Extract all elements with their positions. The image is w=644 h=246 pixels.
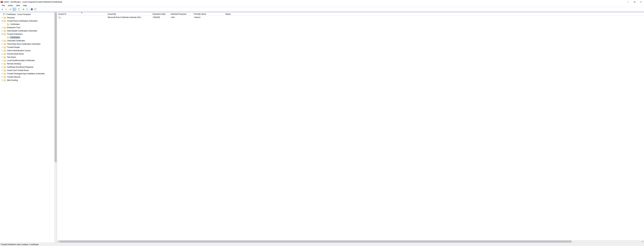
expand-collapse-icon[interactable]	[1, 17, 3, 19]
tree-node[interactable]: Test Roots	[0, 56, 54, 59]
folder-icon	[4, 56, 6, 58]
properties-button[interactable]	[34, 8, 37, 11]
help-button[interactable]: ?	[30, 8, 34, 11]
tree-node[interactable]: Remote Desktop	[0, 62, 54, 65]
list-body[interactable]: Microsoft Root Certificate Authority 201…	[57, 16, 644, 240]
expand-collapse-icon[interactable]	[1, 50, 3, 52]
expand-collapse-icon[interactable]	[1, 79, 3, 81]
scroll-track[interactable]	[60, 240, 642, 243]
folder-icon	[7, 23, 9, 25]
expand-collapse-icon[interactable]	[1, 56, 3, 58]
expand-collapse-icon[interactable]	[1, 33, 3, 35]
forward-button[interactable]	[4, 8, 8, 11]
cell-issued-to	[57, 16, 106, 18]
tree-label: Trusted Devices	[6, 76, 21, 78]
expand-collapse-icon[interactable]	[1, 59, 3, 62]
folder-icon	[4, 59, 6, 62]
tree-node[interactable]: Trusted Root Certification Authorities	[0, 19, 54, 23]
minimize-button[interactable]	[625, 0, 632, 4]
tree-node[interactable]: Intermediate Certification Authorities	[0, 29, 54, 32]
tree-node[interactable]: Client Authentication Issuers	[0, 49, 54, 52]
status-text: Trusted Publishers store contains 1 cert…	[0, 244, 39, 246]
folder-icon	[4, 33, 6, 35]
certificates-root-icon	[3, 13, 6, 15]
horizontal-scrollbar[interactable]	[57, 240, 644, 243]
refresh-button[interactable]	[22, 8, 25, 11]
tree-label: Client Authentication Issuers	[6, 49, 31, 52]
tree-root[interactable]: Certificates - Local Computer	[0, 13, 54, 16]
tree-node-child[interactable]: Certificates	[0, 23, 54, 26]
folder-icon	[4, 43, 6, 45]
expand-collapse-icon[interactable]	[1, 53, 3, 55]
scroll-right-button[interactable]	[642, 240, 644, 243]
show-hide-tree-button[interactable]	[12, 8, 16, 11]
folder-icon	[4, 16, 6, 19]
tree-label: Certificates	[10, 36, 20, 39]
certificate-row[interactable]: Microsoft Root Certificate Authority 201…	[57, 16, 644, 19]
window-title: certlm - [Certificates - Local Computer\…	[4, 1, 62, 3]
tree-node[interactable]: Third-Party Root Certification Authoriti…	[0, 42, 54, 46]
tree-node[interactable]: Untrusted Certificates	[0, 39, 54, 42]
title-bar: certlm - [Certificates - Local Computer\…	[0, 0, 644, 4]
tree-node[interactable]: Preview Build Roots	[0, 52, 54, 56]
expand-collapse-icon[interactable]	[1, 69, 3, 71]
tree-label: Certificate Enrollment Requests	[6, 66, 34, 68]
mmc-window: certlm - [Certificates - Local Computer\…	[0, 0, 644, 246]
menu-bar: File Action View Help	[0, 4, 644, 7]
close-button[interactable]	[638, 0, 644, 4]
tree-node[interactable]: Certificate Enrollment Requests	[0, 65, 54, 69]
expand-collapse-icon[interactable]	[1, 73, 3, 75]
expand-collapse-icon[interactable]	[1, 40, 3, 42]
tree-node[interactable]: Enterprise Trust	[0, 26, 54, 29]
back-button[interactable]	[0, 8, 4, 11]
expand-collapse-icon[interactable]	[1, 63, 3, 65]
scrollbar-thumb[interactable]	[54, 12, 57, 162]
expand-collapse-icon[interactable]	[1, 46, 3, 48]
folder-icon	[4, 72, 6, 75]
menu-help[interactable]: Help	[22, 4, 28, 7]
tree-node[interactable]: Smart Card Trusted Roots	[0, 69, 54, 72]
folder-icon	[4, 30, 6, 32]
menu-file[interactable]: File	[0, 4, 6, 7]
export-list-button[interactable]	[25, 8, 29, 11]
column-expiration-date[interactable]: Expiration Date	[152, 12, 170, 15]
tree-node[interactable]: Trusted Packaged App Installation Author…	[0, 72, 54, 75]
scroll-left-button[interactable]	[57, 240, 60, 243]
expand-collapse-icon[interactable]	[1, 20, 3, 22]
scrollbar-thumb[interactable]	[60, 241, 572, 243]
cell-friendly-name: <None>	[193, 16, 224, 18]
column-friendly-name[interactable]: Friendly Name	[193, 12, 224, 15]
tree-scrollbar[interactable]	[54, 12, 57, 243]
tree-node[interactable]: Personal	[0, 16, 54, 19]
column-issued-to[interactable]: Issued To	[57, 12, 106, 15]
tree-label: Untrusted Certificates	[6, 39, 26, 42]
folder-icon	[4, 53, 6, 55]
expand-collapse-icon[interactable]	[1, 43, 3, 45]
tree-label: Web Hosting	[6, 79, 18, 81]
column-status[interactable]: Status	[224, 12, 233, 15]
tree-label: Enterprise Trust	[6, 26, 21, 29]
column-issued-by[interactable]: Issued By	[106, 12, 152, 15]
tree-label: Trusted People	[6, 46, 20, 48]
menu-action[interactable]: Action	[6, 4, 14, 7]
maximize-button[interactable]	[632, 0, 638, 4]
tree-node[interactable]: Web Hosting	[0, 79, 54, 82]
cell-expiration-date: 7/8/2026	[152, 16, 170, 18]
expand-collapse-icon[interactable]	[1, 30, 3, 32]
tree-node[interactable]: Trusted Devices	[0, 75, 54, 79]
tree-node-child[interactable]: Certificates	[0, 36, 54, 39]
menu-view[interactable]: View	[14, 4, 22, 7]
tree-label: Local NonRemovable Certificates	[6, 59, 36, 62]
expand-collapse-icon[interactable]	[1, 26, 3, 29]
expand-collapse-icon[interactable]	[1, 76, 3, 78]
tree-node[interactable]: Local NonRemovable Certificates	[0, 59, 54, 62]
tree-node[interactable]: Trusted Publishers	[0, 32, 54, 36]
expand-collapse-icon[interactable]	[1, 66, 3, 68]
tree-label: Certificates	[10, 23, 20, 25]
column-intended-purposes[interactable]: Intended Purposes	[170, 12, 193, 15]
tree-scroll[interactable]: Certificates - Local ComputerPersonalTru…	[0, 12, 54, 243]
up-button[interactable]	[9, 8, 12, 11]
tree-label: Intermediate Certification Authorities	[6, 30, 38, 32]
tree-node[interactable]: Trusted People	[0, 46, 54, 49]
copy-button[interactable]	[17, 8, 21, 11]
